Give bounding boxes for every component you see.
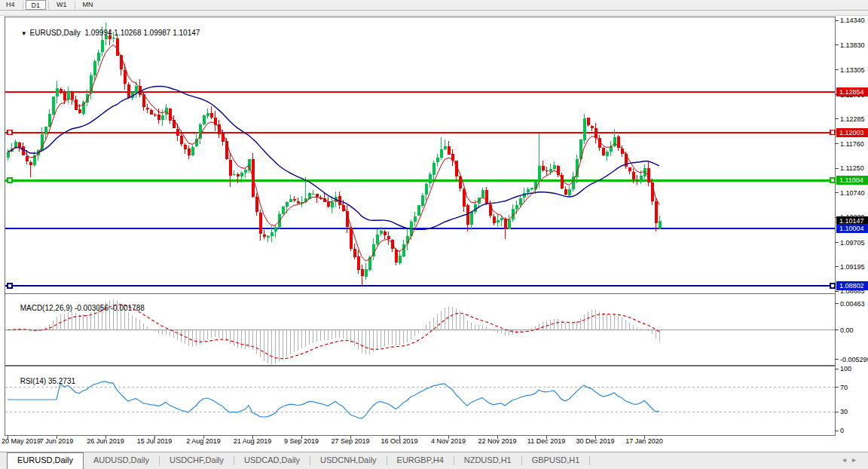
date-axis-label: 21 Aug 2019: [234, 437, 272, 445]
macd-axis-label: 0.00463: [840, 300, 865, 308]
macd-axis-label: -0.005299: [840, 356, 868, 363]
hline-handle[interactable]: [8, 284, 12, 288]
macd-value-signal: -0.001788: [111, 304, 145, 312]
ohlc-open: 1.09994: [84, 29, 112, 37]
chart-symbol-label: EURUSD,Daily: [30, 29, 81, 37]
rsi-value: 35.2731: [48, 377, 75, 385]
hline-handle[interactable]: [830, 130, 835, 135]
chart-dropdown-icon[interactable]: ▼: [21, 30, 27, 37]
panel-borders: [5, 17, 836, 436]
rsi-header: RSI(14) 35.2731: [8, 369, 75, 394]
macd-axis-label: 0.00: [840, 326, 854, 334]
ohlc-high: 1.10268: [114, 29, 141, 37]
date-axis-label: 20 May 2019: [2, 437, 41, 445]
rsi-axis-label: 30: [840, 408, 848, 415]
ohlc-close: 1.10147: [173, 29, 200, 37]
rsi-axis-label: 100: [840, 365, 851, 372]
chart-workspace: ▼EURUSD,Daily 1.09994 1.10268 1.09987 1.…: [0, 0, 868, 469]
price-axis-label: 1.10740: [840, 189, 865, 197]
panel-border: [5, 17, 836, 294]
price-axis-label: 1.09195: [840, 263, 865, 271]
tab-separator: [589, 456, 590, 465]
date-axis-label: 2 Aug 2019: [186, 437, 221, 445]
price-axis-label: 1.13305: [840, 66, 865, 74]
tab-usdchf-daily[interactable]: USDCHF,Daily: [160, 452, 234, 469]
hline-handle[interactable]: [8, 178, 12, 182]
tab-scroll-right-icon[interactable]: ▸: [852, 455, 862, 464]
rsi-axis-label: 0: [840, 427, 844, 434]
price-axis-label: 1.14340: [840, 17, 865, 24]
date-axis-label: 15 Jul 2019: [137, 437, 173, 445]
price-badge-resistance-upper: 1.12854: [836, 87, 868, 97]
price-badge-support-lower: 1.08802: [836, 281, 868, 290]
date-axis-label: 7 Jun 2019: [40, 437, 74, 445]
date-axis-label: 11 Dec 2019: [527, 437, 565, 445]
date-axis-label: 4 Nov 2019: [431, 437, 466, 445]
chart-symbol-header: ▼EURUSD,Daily 1.09994 1.10268 1.09987 1.…: [8, 20, 200, 45]
date-axis-label: 26 Jun 2019: [87, 437, 124, 445]
price-badge-support-upper: 1.10004: [836, 224, 868, 233]
macd-value-main: -0.003056: [75, 304, 108, 312]
hline-handle[interactable]: [8, 130, 12, 135]
price-axis-label: 1.13830: [840, 41, 865, 49]
price-axis-label: 1.11250: [840, 164, 864, 172]
tab-usdcad-daily[interactable]: USDCAD,Daily: [234, 452, 310, 469]
tab-usdcnh-daily[interactable]: USDCNH,Daily: [310, 452, 387, 469]
hline-handle[interactable]: [830, 178, 835, 182]
date-axis-label: 9 Sep 2019: [284, 437, 319, 445]
date-axis-label: 17 Jan 2020: [625, 437, 663, 445]
price-axis-label: 1.11760: [840, 140, 864, 148]
date-axis-label: 30 Dec 2019: [576, 437, 614, 445]
tab-nzdusd-h1[interactable]: NZDUSD,H1: [454, 452, 521, 469]
tab-eurgbp-h4[interactable]: EURGBP,H4: [387, 452, 454, 469]
tab-gbpusd-h1[interactable]: GBPUSD,H1: [522, 452, 590, 469]
date-axis-label: 22 Nov 2019: [478, 437, 516, 445]
mt4-window: H4 D1 W1 MN ▼EURUSD,Daily 1.09994 1.1026…: [0, 0, 868, 469]
tab-eurusd-daily[interactable]: EURUSD,Daily: [7, 452, 84, 469]
hline-handle[interactable]: [830, 284, 835, 288]
rsi-axis-label: 70: [840, 384, 848, 391]
date-axis-label: 16 Oct 2019: [381, 437, 417, 445]
macd-label: MACD(12,26,9): [20, 304, 72, 312]
rsi-label: RSI(14): [20, 377, 46, 385]
tab-scroll-left-icon[interactable]: ◂: [842, 455, 852, 464]
price-axis-label: 1.09705: [840, 239, 865, 247]
date-axis-label: 27 Sep 2019: [331, 437, 369, 445]
macd-header: MACD(12,26,9) -0.003056 -0.001788: [8, 296, 145, 320]
chart-tab-bar: EURUSD,Daily AUDUSD,Daily USDCHF,Daily U…: [0, 452, 868, 469]
price-badge-pivot: 1.11004: [836, 176, 868, 185]
tab-audusd-daily[interactable]: AUDUSD,Daily: [84, 452, 159, 469]
ohlc-low: 1.09987: [143, 29, 170, 37]
price-badge-resistance-lower: 1.12003: [836, 128, 868, 137]
price-axis-label: 1.12285: [840, 115, 865, 123]
chart-plot-area[interactable]: [0, 0, 868, 469]
